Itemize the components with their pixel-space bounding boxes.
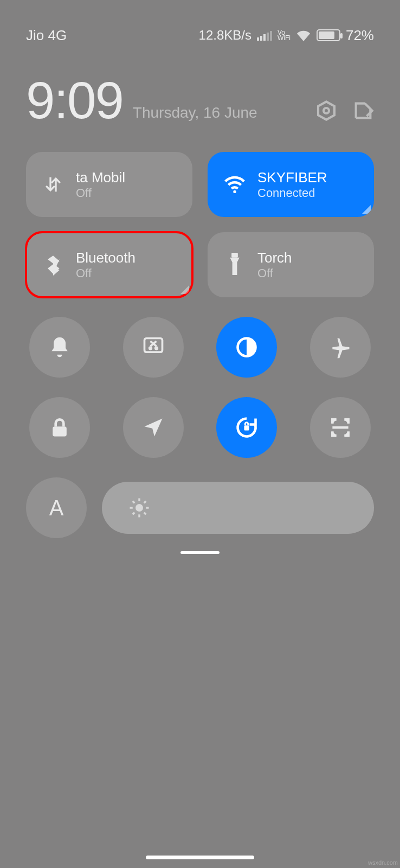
wifi-icon [222, 172, 247, 197]
battery-icon [317, 29, 340, 41]
mobile-data-sub: Off [76, 186, 125, 200]
torch-title: Torch [257, 250, 292, 266]
settings-icon[interactable] [315, 100, 337, 122]
status-right: 12.8KB/s VoWiFi 72% [199, 27, 374, 44]
brightness-slider[interactable] [102, 482, 374, 534]
svg-rect-4 [144, 339, 162, 353]
svg-rect-3 [231, 253, 238, 258]
svg-line-16 [144, 513, 146, 515]
torch-sub: Off [257, 266, 292, 280]
clock-time: 9:09 [26, 71, 123, 130]
svg-point-1 [324, 108, 329, 113]
wifi-status-icon [296, 29, 311, 41]
expand-corner-icon [362, 205, 371, 214]
mobile-data-tile[interactable]: ta Mobil Off [26, 152, 192, 217]
location-toggle[interactable] [123, 397, 184, 458]
nav-bar-handle[interactable] [146, 856, 254, 859]
torch-icon [225, 253, 244, 277]
svg-line-17 [133, 513, 135, 515]
bluetooth-title: Bluetooth [76, 250, 136, 266]
dnd-toggle[interactable] [29, 317, 90, 378]
clock-date: Thursday, 16 June [133, 104, 306, 130]
scissors-screen-icon [141, 335, 165, 359]
airplane-toggle[interactable] [310, 317, 371, 378]
bluetooth-tile[interactable]: Bluetooth Off [26, 232, 192, 297]
status-bar: Jio 4G 12.8KB/s VoWiFi 72% [0, 0, 400, 71]
wifi-tile[interactable]: SKYFIBER Connected [208, 152, 374, 217]
svg-rect-8 [53, 426, 67, 436]
battery-percent: 72% [346, 27, 374, 44]
scan-icon [328, 416, 352, 439]
auto-brightness-button[interactable]: A [26, 477, 87, 538]
svg-point-5 [149, 346, 152, 350]
sun-icon [128, 496, 151, 519]
svg-line-18 [144, 501, 146, 503]
expand-corner-icon [180, 285, 189, 294]
svg-point-6 [154, 346, 158, 350]
svg-rect-9 [244, 425, 249, 430]
mobile-data-title: ta Mobil [76, 169, 125, 186]
contrast-icon [235, 335, 259, 359]
wifi-sub: Connected [257, 186, 327, 200]
svg-line-15 [133, 501, 135, 503]
signal-icon [257, 30, 272, 41]
svg-marker-0 [318, 101, 334, 119]
dark-mode-toggle[interactable] [216, 317, 277, 378]
wifi-title: SKYFIBER [257, 169, 327, 186]
location-arrow-icon [141, 416, 165, 439]
vowifi-icon: VoWiFi [278, 30, 291, 41]
svg-point-10 [136, 504, 143, 512]
bell-icon [48, 335, 72, 359]
rotation-lock-toggle[interactable] [216, 397, 277, 458]
clock-row: 9:09 Thursday, 16 June [0, 71, 400, 130]
torch-tile[interactable]: Torch Off [208, 232, 374, 297]
auto-brightness-label: A [49, 496, 64, 520]
edit-icon[interactable] [352, 100, 374, 122]
data-arrows-icon [42, 174, 64, 195]
bluetooth-icon [42, 254, 64, 276]
svg-point-2 [233, 190, 236, 193]
net-speed: 12.8KB/s [199, 28, 251, 43]
screenshot-toggle[interactable] [123, 317, 184, 378]
carrier-label: Jio 4G [26, 27, 67, 44]
rotation-lock-icon [235, 416, 259, 439]
drag-handle[interactable] [180, 551, 220, 554]
airplane-icon [328, 335, 352, 359]
lock-icon [48, 416, 72, 439]
watermark: wsxdn.com [368, 859, 398, 866]
lock-toggle[interactable] [29, 397, 90, 458]
scanner-toggle[interactable] [310, 397, 371, 458]
bluetooth-sub: Off [76, 266, 136, 280]
